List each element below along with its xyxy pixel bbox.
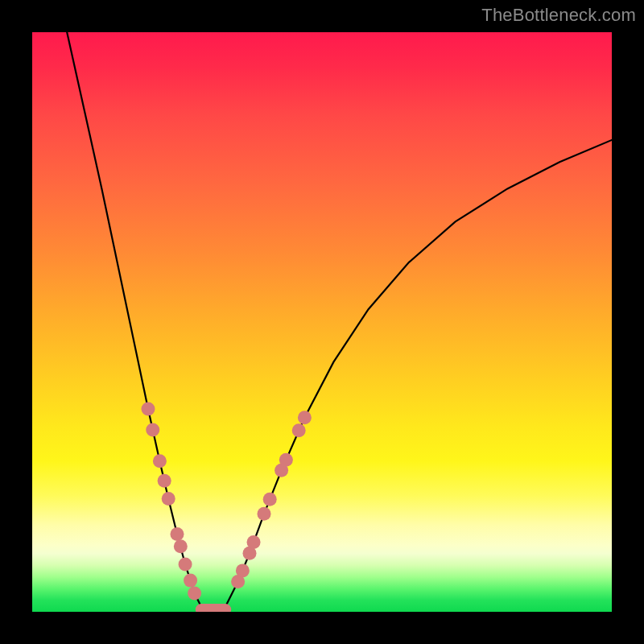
marker-dot	[158, 474, 171, 488]
marker-dot	[263, 493, 277, 506]
marker-dot	[184, 574, 197, 588]
marker-dot	[153, 454, 167, 468]
marker-dot	[174, 539, 188, 553]
marker-dot	[171, 527, 184, 541]
curve-right-branch	[216, 140, 612, 612]
marker-dot	[236, 564, 250, 577]
marker-dots-left	[142, 402, 202, 601]
watermark-text: TheBottleneck.com	[481, 5, 636, 26]
curve-layer	[32, 32, 612, 612]
curve-left-branch	[67, 32, 216, 612]
chart-frame: TheBottleneck.com	[0, 0, 644, 644]
marker-dot	[298, 411, 312, 424]
trough-marker	[196, 604, 231, 612]
marker-dot	[247, 535, 261, 549]
marker-dot	[142, 402, 155, 416]
marker-dot	[162, 492, 175, 506]
plot-area	[32, 32, 612, 612]
marker-dot	[146, 423, 159, 436]
marker-dots-right	[231, 411, 312, 588]
marker-dot	[292, 423, 306, 437]
marker-dot	[258, 507, 271, 521]
marker-dot	[279, 453, 293, 467]
marker-dot	[179, 557, 192, 571]
marker-dot	[188, 586, 201, 600]
